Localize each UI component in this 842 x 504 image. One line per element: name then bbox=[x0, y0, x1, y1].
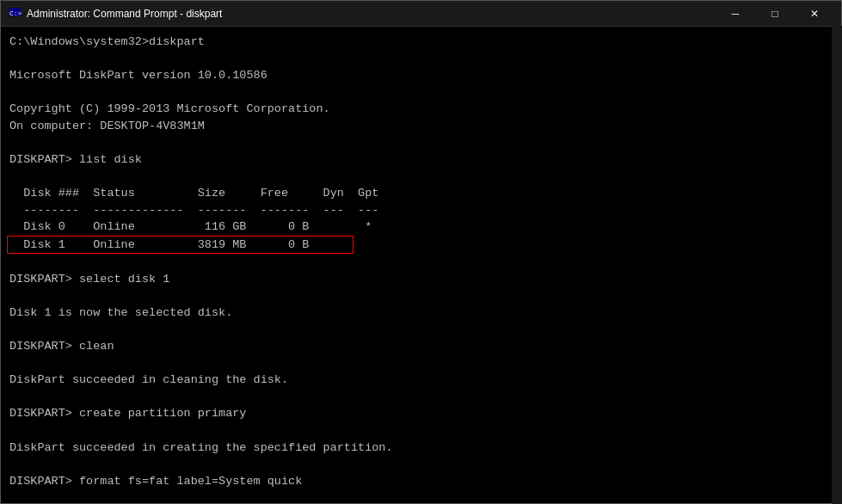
scrollbar[interactable] bbox=[832, 26, 842, 504]
empty-4 bbox=[9, 169, 833, 186]
line-createpart: DISKPART> create partition primary bbox=[9, 405, 833, 422]
window-controls: ─ □ ✕ bbox=[716, 1, 834, 27]
empty-10 bbox=[9, 422, 833, 439]
line-cleaned: DiskPart succeeded in cleaning the disk. bbox=[9, 372, 833, 389]
line-computer: On computer: DESKTOP-4V83M1M bbox=[9, 118, 833, 135]
minimize-button[interactable]: ─ bbox=[716, 1, 755, 27]
line-disk0: Disk 0 Online 116 GB 0 B * bbox=[9, 218, 833, 236]
line-copyright: Copyright (C) 1999-2013 Microsoft Corpor… bbox=[9, 101, 833, 118]
line-version: Microsoft DiskPart version 10.0.10586 bbox=[9, 67, 833, 84]
line-disk1: Disk 1 Online 3819 MB 0 B bbox=[9, 236, 833, 255]
empty-6 bbox=[9, 287, 833, 304]
empty-7 bbox=[9, 322, 833, 339]
maximize-button[interactable]: □ bbox=[755, 1, 795, 27]
line-clean: DISKPART> clean bbox=[9, 338, 833, 355]
empty-3 bbox=[9, 134, 833, 151]
empty-5 bbox=[9, 254, 833, 271]
empty-1 bbox=[9, 51, 833, 68]
disk1-highlighted: Disk 1 Online 3819 MB 0 B bbox=[7, 236, 353, 255]
empty-2 bbox=[9, 84, 833, 101]
line-format: DISKPART> format fs=fat label=System qui… bbox=[9, 473, 833, 490]
close-button[interactable]: ✕ bbox=[795, 1, 834, 27]
line-listdisk: DISKPART> list disk bbox=[9, 151, 833, 169]
empty-12 bbox=[9, 489, 833, 503]
line-1: C:\Windows\system32>diskpart bbox=[9, 34, 833, 51]
line-header: Disk ### Status Size Free Dyn Gpt bbox=[9, 185, 833, 202]
line-selected: Disk 1 is now the selected disk. bbox=[9, 304, 833, 322]
terminal-body[interactable]: C:\Windows\system32>diskpart Microsoft D… bbox=[1, 27, 841, 503]
empty-8 bbox=[9, 355, 833, 372]
svg-text:C:>: C:> bbox=[9, 9, 22, 17]
line-partcreated: DiskPart succeeded in creating the speci… bbox=[9, 439, 833, 457]
empty-9 bbox=[9, 389, 833, 406]
window-title: Administrator: Command Prompt - diskpart bbox=[27, 8, 716, 20]
line-selectdisk: DISKPART> select disk 1 bbox=[9, 271, 833, 288]
line-separator: -------- ------------- ------- ------- -… bbox=[9, 202, 833, 219]
empty-11 bbox=[9, 456, 833, 473]
cmd-icon: C:> bbox=[8, 7, 22, 21]
titlebar: C:> Administrator: Command Prompt - disk… bbox=[1, 1, 841, 27]
cmd-window: C:> Administrator: Command Prompt - disk… bbox=[0, 0, 842, 504]
